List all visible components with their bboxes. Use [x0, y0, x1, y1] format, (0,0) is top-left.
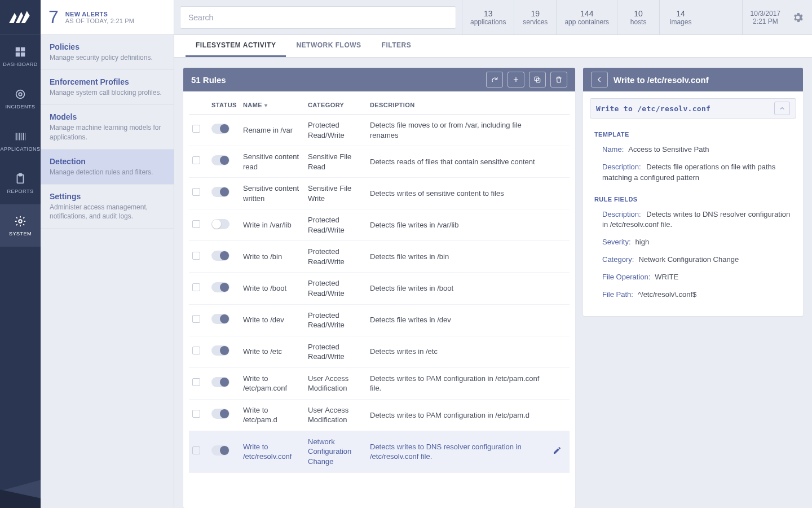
row-checkbox[interactable] — [192, 188, 200, 196]
rule-name: Write to /dev — [240, 304, 304, 336]
status-toggle[interactable] — [211, 445, 230, 456]
status-toggle[interactable] — [211, 314, 230, 324]
edit-button[interactable] — [553, 448, 562, 457]
col-status[interactable]: STATUS — [208, 94, 240, 115]
rail-label: APPLICATIONS — [1, 146, 41, 152]
search-input[interactable] — [180, 6, 456, 29]
rule-name: Rename in /var — [240, 115, 304, 146]
stat-images[interactable]: 14 images — [659, 0, 701, 34]
sidebar-item-policies[interactable]: Policies Manage security policy definiti… — [41, 35, 174, 70]
row-checkbox[interactable] — [192, 252, 200, 260]
table-row[interactable]: Sensitive content writtenSensitive File … — [189, 178, 570, 209]
table-row[interactable]: Sensitive content readSensitive File Rea… — [189, 146, 570, 178]
brand-logo — [0, 0, 41, 35]
copy-icon — [533, 76, 541, 84]
table-row[interactable]: Rename in /varProtected Read/WriteDetect… — [189, 115, 570, 146]
rule-description: Detects writes to PAM configuration in /… — [367, 399, 549, 431]
row-checkbox[interactable] — [192, 315, 200, 323]
status-toggle[interactable] — [211, 345, 230, 356]
tab-filesystem[interactable]: FILESYSTEM ACTIVITY — [186, 35, 286, 57]
delete-button[interactable] — [550, 72, 567, 87]
rail-item-applications[interactable]: APPLICATIONS — [0, 120, 41, 162]
row-checkbox[interactable] — [192, 125, 200, 133]
col-name[interactable]: NAME▾ — [240, 94, 304, 115]
col-category[interactable]: CATEGORY — [304, 94, 367, 115]
sidebar-item-enforcement[interactable]: Enforcement Profiles Manage system call … — [41, 70, 174, 105]
svg-rect-13 — [23, 133, 24, 141]
rail-label: INCIDENTS — [5, 104, 35, 110]
svg-rect-4 — [21, 47, 25, 51]
svg-rect-9 — [16, 133, 17, 141]
row-checkbox[interactable] — [192, 283, 200, 291]
table-row[interactable]: Write to /etcProtected Read/WriteDetects… — [189, 336, 570, 367]
pencil-icon — [553, 446, 562, 455]
rail-label: DASHBOARD — [3, 62, 38, 67]
row-checkbox[interactable] — [192, 378, 200, 386]
rail-item-reports[interactable]: REPORTS — [0, 162, 41, 204]
svg-marker-2 — [21, 11, 30, 23]
collapse-button[interactable] — [774, 102, 790, 115]
rule-name: Write to /etc/pam.d — [240, 399, 304, 431]
status-toggle[interactable] — [211, 124, 230, 134]
rail-item-system[interactable]: SYSTEM — [0, 204, 41, 247]
sidebar-item-detection[interactable]: Detection Manage detection rules and fil… — [41, 150, 174, 185]
rule-description: Detects reads of files that contain sens… — [367, 146, 549, 178]
rule-name: Write to /etc/resolv.conf — [240, 431, 304, 472]
settings-button[interactable] — [788, 0, 812, 34]
sidebar-item-settings[interactable]: Settings Administer access management, n… — [41, 185, 174, 229]
stat-services[interactable]: 19 services — [514, 0, 556, 34]
status-toggle[interactable] — [211, 187, 230, 197]
col-description[interactable]: DESCRIPTION — [367, 94, 549, 115]
tab-network[interactable]: NETWORK FLOWS — [286, 35, 371, 57]
table-row[interactable]: Write in /var/libProtected Read/WriteDet… — [189, 209, 570, 241]
rail-item-dashboard[interactable]: DASHBOARD — [0, 35, 41, 77]
add-button[interactable] — [508, 72, 524, 87]
gear-icon — [792, 11, 804, 24]
plus-icon — [512, 76, 520, 84]
refresh-button[interactable] — [486, 72, 503, 87]
rule-description: Detects writes of sensitive content to f… — [367, 178, 549, 209]
barcode-icon — [14, 130, 27, 143]
row-checkbox[interactable] — [192, 446, 200, 454]
row-checkbox[interactable] — [192, 220, 200, 228]
row-checkbox[interactable] — [192, 410, 200, 418]
svg-rect-14 — [25, 133, 25, 141]
rules-table-wrapper[interactable]: STATUS NAME▾ CATEGORY DESCRIPTION Rename… — [183, 91, 575, 508]
svg-rect-3 — [16, 47, 20, 51]
stat-hosts[interactable]: 10 hosts — [617, 0, 659, 34]
row-checkbox[interactable] — [192, 347, 200, 354]
alerts-summary[interactable]: 7 NEW ALERTS AS OF TODAY, 2:21 PM — [41, 0, 174, 35]
copy-button[interactable] — [529, 72, 546, 87]
status-toggle[interactable] — [211, 251, 230, 261]
sidebar-item-models[interactable]: Models Manage machine learning models fo… — [41, 105, 174, 149]
status-toggle[interactable] — [211, 409, 230, 419]
rule-description: Detects file writes in /bin — [367, 241, 549, 273]
table-row[interactable]: Write to /binProtected Read/WriteDetects… — [189, 241, 570, 273]
rail-item-incidents[interactable]: INCIDENTS — [0, 77, 41, 120]
row-checkbox[interactable] — [192, 156, 200, 164]
status-toggle[interactable] — [211, 219, 230, 229]
rules-count: 51 Rules — [191, 75, 226, 85]
back-button[interactable] — [591, 72, 608, 87]
stat-applications[interactable]: 13 applications — [462, 0, 514, 34]
svg-point-8 — [19, 93, 22, 96]
status-toggle[interactable] — [211, 155, 230, 165]
stat-containers[interactable]: 144 app containers — [556, 0, 617, 34]
field-description: Description: Detects writes to DNS resol… — [594, 207, 792, 235]
table-row[interactable]: Write to /bootProtected Read/WriteDetect… — [189, 273, 570, 304]
field-category: Category: Network Configuration Change — [594, 252, 792, 270]
table-row[interactable]: Write to /etc/resolv.confNetwork Configu… — [189, 431, 570, 472]
rule-category: User Access Modification — [304, 399, 367, 431]
table-row[interactable]: Write to /etc/pam.dUser Access Modificat… — [189, 399, 570, 431]
rule-name: Write to /boot — [240, 273, 304, 304]
detail-accordion[interactable]: Write to /etc/resolv.conf — [590, 98, 796, 119]
subtabs: FILESYSTEM ACTIVITY NETWORK FLOWS FILTER… — [174, 35, 812, 58]
svg-marker-1 — [16, 12, 23, 23]
tab-filters[interactable]: FILTERS — [372, 35, 422, 57]
table-row[interactable]: Write to /devProtected Read/WriteDetects… — [189, 304, 570, 336]
status-toggle[interactable] — [211, 282, 230, 292]
template-section: TEMPLATE Name: Access to Sensitive Path … — [590, 124, 796, 189]
status-toggle[interactable] — [211, 377, 230, 387]
rule-category: Protected Read/Write — [304, 241, 367, 273]
table-row[interactable]: Write to /etc/pam.confUser Access Modifi… — [189, 367, 570, 399]
